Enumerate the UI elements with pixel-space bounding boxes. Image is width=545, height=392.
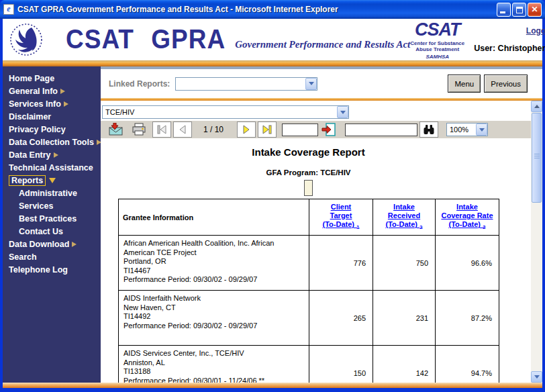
table-row: AIDS Interfaith Network New Haven, CT TI…: [119, 291, 499, 346]
submenu-arrow-icon: [64, 101, 68, 107]
vertical-scrollbar[interactable]: [531, 101, 542, 383]
submenu-arrow-icon: [72, 242, 77, 247]
grantee-info-cell: AIDS Interfaith Network New Haven, CT TI…: [119, 291, 309, 346]
footnote-marker: 3: [483, 224, 485, 230]
sidebar-item-privacy-policy[interactable]: Privacy Policy: [3, 124, 101, 136]
goto-page-input[interactable]: [282, 124, 318, 136]
maximize-button[interactable]: [512, 3, 526, 17]
hhs-eagle-logo: [9, 23, 43, 56]
report-select[interactable]: TCE/HIV: [102, 105, 349, 119]
report-table: Grantee Information Client Target (To-Da…: [118, 199, 499, 383]
sort-link-intake-received[interactable]: Intake Received (To-Date) 2: [373, 203, 435, 232]
sort-link-coverage-rate[interactable]: Intake Coverage Rate (To-Date) 3: [436, 203, 499, 232]
content-area: Linked Reports: Menu Previous: [101, 66, 542, 383]
coverage-rate-cell: 87.2%: [436, 291, 499, 346]
app-header: CSAT GPRA Government Performance and Res…: [3, 19, 542, 60]
chevron-down-icon: [340, 111, 346, 114]
sidebar-item-reports[interactable]: Reports: [3, 175, 101, 187]
report-viewer: TCE/HIV: [101, 101, 542, 383]
viewer-toolbar: 1 / 10: [101, 121, 531, 138]
column-header-grantee: Grantee Information: [119, 199, 309, 236]
first-page-button[interactable]: [152, 121, 171, 138]
sidebar-item-data-download[interactable]: Data Download: [3, 238, 101, 251]
submenu-arrow-icon: [60, 89, 65, 94]
table-row: AIDS Services Center, Inc., TCE/HIV Anni…: [119, 346, 499, 383]
csat-logo: CSAT Center for Substance Abuse Treatmen…: [410, 19, 464, 60]
submenu-expanded-arrow-icon: [49, 178, 56, 183]
last-page-button[interactable]: [258, 121, 277, 138]
dropdown-arrow-button[interactable]: [305, 78, 317, 90]
next-page-button[interactable]: [237, 121, 256, 138]
client-target-cell: 265: [309, 291, 373, 346]
navigation-sidebar: Home Page General Info Services Info Dis…: [3, 66, 101, 383]
sidebar-item-administrative[interactable]: Administrative: [3, 187, 101, 200]
footnote-marker: 2: [419, 224, 422, 230]
submenu-arrow-icon: [54, 152, 58, 158]
sidebar-item-contact-us[interactable]: Contact Us: [3, 226, 101, 238]
sidebar-item-services[interactable]: Services: [3, 200, 101, 213]
sidebar-item-home-page[interactable]: Home Page: [3, 72, 101, 85]
intake-received-cell: 142: [373, 346, 436, 383]
linked-reports-label: Linked Reports:: [109, 79, 170, 89]
window-frame: CSAT GPRA Government Performance and Res…: [0, 19, 545, 388]
gold-divider-top: [3, 60, 542, 66]
sidebar-item-data-entry[interactable]: Data Entry: [3, 149, 101, 162]
intake-received-cell: 231: [373, 291, 436, 346]
close-icon: ✕: [528, 3, 541, 16]
goto-page-icon[interactable]: [321, 123, 336, 136]
dropdown-arrow-button[interactable]: [476, 124, 487, 136]
client-target-cell: 150: [309, 346, 373, 383]
coverage-rate-cell: 96.6%: [436, 236, 499, 291]
page-indicator: 1 / 10: [192, 125, 235, 134]
window-title: CSAT GPRA Government Performance and Res…: [17, 5, 497, 14]
scroll-down-button[interactable]: [531, 371, 542, 383]
print-icon[interactable]: [131, 123, 147, 136]
sidebar-item-technical-assistance[interactable]: Technical Assistance: [3, 162, 101, 175]
thumb-grip-icon: [534, 154, 540, 159]
minimize-icon: [500, 11, 505, 13]
previous-button[interactable]: Previous: [484, 75, 528, 93]
scrollbar-thumb[interactable]: [532, 113, 542, 203]
sidebar-item-search[interactable]: Search: [3, 251, 101, 264]
column-header-intake-received: Intake Received (To-Date) 2: [373, 199, 436, 236]
chevron-down-icon: [534, 375, 540, 379]
logout-link[interactable]: Logout: [474, 26, 545, 36]
app-title: CSAT GPRA: [66, 24, 226, 54]
app-brand: CSAT GPRA Government Performance and Res…: [66, 26, 410, 54]
sidebar-item-best-practices[interactable]: Best Practices: [3, 213, 101, 226]
intake-received-cell: 750: [373, 236, 436, 291]
internet-explorer-icon: e: [3, 4, 14, 15]
linked-reports-select[interactable]: [175, 77, 317, 91]
table-header-row: Grantee Information Client Target (To-Da…: [119, 199, 499, 236]
title-bar: e CSAT GPRA Government Performance and R…: [0, 0, 545, 19]
chevron-down-icon: [309, 82, 314, 85]
grantee-info-cell: AIDS Services Center, Inc., TCE/HIV Anni…: [119, 346, 309, 383]
minimize-button[interactable]: [497, 3, 511, 17]
menu-button[interactable]: Menu: [448, 75, 481, 93]
app-subtitle: Government Performance and Results Act: [235, 39, 410, 50]
close-button[interactable]: ✕: [528, 3, 542, 17]
sidebar-item-data-collection-tools[interactable]: Data Collection Tools: [3, 136, 101, 149]
chevron-down-icon: [479, 128, 485, 132]
scroll-up-button[interactable]: [531, 101, 542, 112]
sidebar-item-services-info[interactable]: Services Info: [3, 98, 101, 111]
binoculars-icon: [423, 124, 435, 135]
zoom-select[interactable]: 100%: [446, 123, 488, 136]
previous-page-button[interactable]: [173, 121, 192, 138]
sidebar-item-telephone-log[interactable]: Telephone Log: [3, 264, 101, 277]
find-button[interactable]: [419, 121, 438, 138]
dropdown-arrow-button[interactable]: [337, 106, 348, 118]
logged-in-user: User: Christopher Shumway: [474, 44, 545, 53]
selected-item-highlight: Reports: [9, 175, 46, 186]
session-info: Logout User: Christopher Shumway: [474, 26, 545, 53]
sidebar-item-disclaimer[interactable]: Disclaimer: [3, 111, 101, 124]
sidebar-item-general-info[interactable]: General Info: [3, 85, 101, 98]
chevron-up-icon: [534, 105, 540, 108]
export-icon[interactable]: [108, 123, 124, 136]
sort-link-client-target[interactable]: Client Target (To-Date) 1: [309, 203, 373, 232]
table-row: African American Health Coalition, Inc. …: [119, 236, 499, 291]
search-text-input[interactable]: [345, 124, 417, 136]
report-body: Intake Coverage Report GFA Program: TCE/…: [101, 146, 531, 383]
report-title: Intake Coverage Report: [118, 146, 499, 158]
column-header-client-target: Client Target (To-Date) 1: [309, 199, 373, 236]
